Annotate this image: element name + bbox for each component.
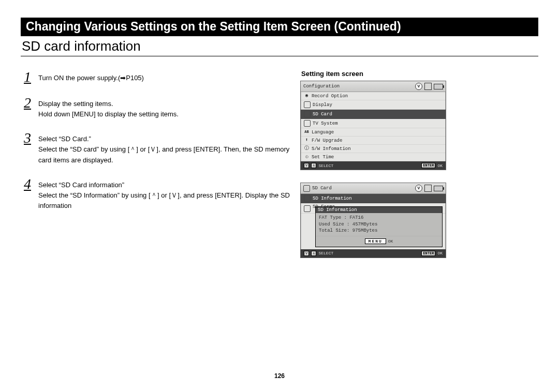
- footer-select: SELECT: [318, 163, 333, 168]
- step-detail: Select the “SD Information” by using [＾]…: [38, 190, 290, 211]
- menu-item: ⦶Set Time: [301, 153, 446, 161]
- step-number: 4: [21, 177, 34, 191]
- footer-select: SELECT: [318, 251, 333, 255]
- step-detail: Select the “SD card” by using [＾] or [Ｖ]…: [38, 145, 289, 163]
- square-icon: [424, 185, 432, 192]
- v-icon: V: [415, 83, 422, 90]
- menu-item: Display: [301, 100, 446, 110]
- step-lead: Select “SD Card.”: [38, 134, 290, 144]
- display-icon: [304, 101, 311, 108]
- menu-label: Record Option: [312, 94, 348, 99]
- menu-item: ◉Record Option: [301, 92, 446, 100]
- down-key-icon: V: [304, 251, 309, 256]
- step-detail: Hold down [MENU] to display the setting …: [38, 110, 179, 118]
- menu-label: Set Time: [312, 155, 334, 160]
- screen-title: SD Card: [312, 186, 332, 191]
- language-icon: AB: [304, 129, 310, 135]
- up-key-icon: ∧: [311, 251, 316, 256]
- battery-icon: [434, 84, 443, 89]
- section-subtitle: SD card information: [21, 36, 538, 56]
- menu-item: ⬆F/W Upgrade: [301, 137, 446, 145]
- step-number: 3: [21, 131, 34, 145]
- menu-label: SD Card: [313, 112, 332, 117]
- screen-title: Configuration: [303, 84, 340, 89]
- footer-ok: OK: [437, 163, 443, 168]
- device-screen-sdcard: SD Card V SD Information SD Forma: [300, 183, 446, 258]
- popup-line: FAT Type : FAT16: [319, 215, 439, 221]
- screenshots-column: Setting item screen Configuration V ◉Rec…: [300, 70, 538, 270]
- menu-item: ABLanguage: [301, 128, 446, 137]
- v-icon: V: [415, 185, 422, 192]
- step-number: 1: [21, 70, 34, 84]
- enter-key-icon: ENTER: [421, 251, 435, 256]
- enter-key-icon: ENTER: [421, 163, 435, 168]
- menu-item-selected: SD Information: [301, 194, 446, 203]
- menu-item: ⓘS/W Infomation: [301, 145, 446, 153]
- menu-button: MENU: [365, 238, 386, 244]
- menu-item-selected: SD Card: [301, 110, 446, 119]
- sd-info-popup: SD Information FAT Type : FAT16 Used Siz…: [315, 206, 443, 247]
- battery-icon: [434, 186, 443, 191]
- tv-icon: [304, 120, 311, 127]
- info-icon: ⓘ: [304, 146, 310, 152]
- page-title-bar: Changing Various Settings on the Setting…: [21, 18, 538, 36]
- popup-ok: OK: [388, 239, 393, 244]
- page-number: 126: [0, 372, 559, 380]
- menu-label: Language: [312, 130, 334, 135]
- sd-icon: [304, 111, 311, 117]
- step-lead: Turn ON the power supply.(➡P105): [38, 73, 144, 83]
- menu-label: F/W Upgrade: [312, 138, 342, 143]
- step-lead: Display the setting items.: [38, 99, 179, 109]
- screenshots-heading: Setting item screen: [301, 70, 538, 78]
- menu-label: Display: [313, 102, 332, 108]
- popup-line: Total Size: 975MBytes: [319, 228, 439, 234]
- menu-item: TV System: [301, 119, 446, 128]
- down-key-icon: V: [304, 163, 309, 168]
- footer-ok: OK: [437, 251, 443, 255]
- sd-format-icon: [304, 205, 311, 212]
- upgrade-icon: ⬆: [304, 138, 310, 143]
- step-lead: Select “SD Card information”: [38, 180, 290, 190]
- sd-icon: [303, 185, 310, 192]
- popup-title: SD Information: [316, 207, 442, 213]
- popup-line: Used Size : 457MBytes: [319, 221, 439, 228]
- menu-label: S/W Infomation: [312, 146, 351, 152]
- square-icon: [424, 83, 432, 90]
- device-screen-configuration: Configuration V ◉Record Option Display S…: [300, 81, 446, 170]
- up-key-icon: ∧: [311, 163, 316, 168]
- menu-label: SD Information: [313, 196, 352, 201]
- menu-label: TV System: [313, 121, 338, 126]
- record-icon: ◉: [304, 93, 310, 99]
- step-number: 2: [21, 96, 34, 110]
- steps-column: 1 Turn ON the power supply.(➡P105) 2 Dis…: [21, 70, 290, 270]
- clock-icon: ⦶: [304, 154, 310, 160]
- sd-info-icon: [304, 195, 311, 202]
